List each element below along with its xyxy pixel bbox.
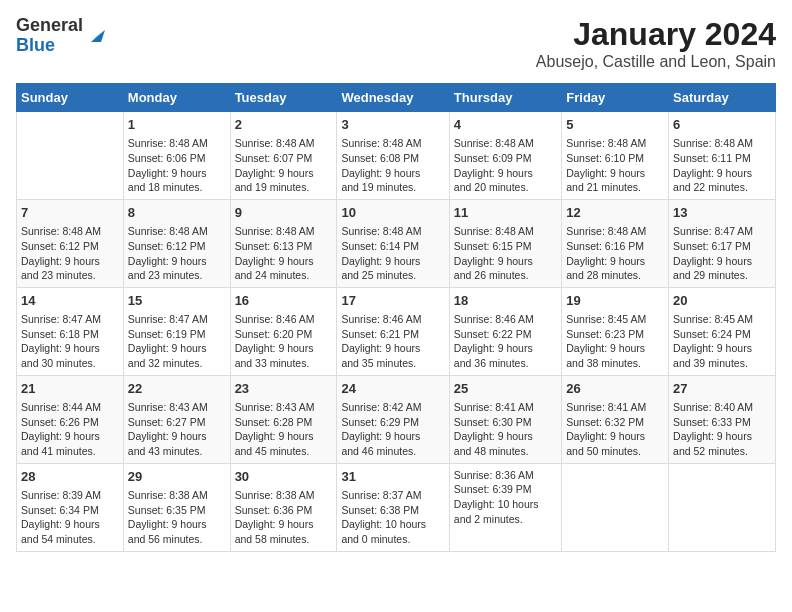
calendar-cell: 4Sunrise: 8:48 AMSunset: 6:09 PMDaylight… [449, 112, 561, 200]
day-info: Sunrise: 8:48 AMSunset: 6:06 PMDaylight:… [128, 136, 226, 195]
calendar-cell: 1Sunrise: 8:48 AMSunset: 6:06 PMDaylight… [123, 112, 230, 200]
day-info: Sunrise: 8:46 AMSunset: 6:21 PMDaylight:… [341, 312, 444, 371]
calendar-cell: 18Sunrise: 8:46 AMSunset: 6:22 PMDayligh… [449, 287, 561, 375]
col-tuesday: Tuesday [230, 84, 337, 112]
page-header: General Blue January 2024 Abusejo, Casti… [16, 16, 776, 71]
calendar-cell: Sunrise: 8:36 AMSunset: 6:39 PMDaylight:… [449, 463, 561, 551]
day-number: 19 [566, 292, 664, 310]
day-number: 16 [235, 292, 333, 310]
calendar-cell: 22Sunrise: 8:43 AMSunset: 6:27 PMDayligh… [123, 375, 230, 463]
calendar-cell: 17Sunrise: 8:46 AMSunset: 6:21 PMDayligh… [337, 287, 449, 375]
day-number: 30 [235, 468, 333, 486]
day-number: 25 [454, 380, 557, 398]
day-info: Sunrise: 8:45 AMSunset: 6:24 PMDaylight:… [673, 312, 771, 371]
day-number: 20 [673, 292, 771, 310]
day-number: 27 [673, 380, 771, 398]
calendar-cell: 20Sunrise: 8:45 AMSunset: 6:24 PMDayligh… [669, 287, 776, 375]
day-number: 17 [341, 292, 444, 310]
day-number: 3 [341, 116, 444, 134]
main-title: January 2024 [536, 16, 776, 53]
day-info: Sunrise: 8:48 AMSunset: 6:08 PMDaylight:… [341, 136, 444, 195]
logo-bird-icon [87, 26, 107, 46]
day-number: 1 [128, 116, 226, 134]
day-info: Sunrise: 8:48 AMSunset: 6:13 PMDaylight:… [235, 224, 333, 283]
calendar-week-row: 1Sunrise: 8:48 AMSunset: 6:06 PMDaylight… [17, 112, 776, 200]
day-number: 4 [454, 116, 557, 134]
calendar-week-row: 14Sunrise: 8:47 AMSunset: 6:18 PMDayligh… [17, 287, 776, 375]
calendar-cell: 2Sunrise: 8:48 AMSunset: 6:07 PMDaylight… [230, 112, 337, 200]
title-section: January 2024 Abusejo, Castille and Leon,… [536, 16, 776, 71]
calendar-cell: 10Sunrise: 8:48 AMSunset: 6:14 PMDayligh… [337, 199, 449, 287]
col-saturday: Saturday [669, 84, 776, 112]
calendar-cell: 24Sunrise: 8:42 AMSunset: 6:29 PMDayligh… [337, 375, 449, 463]
calendar-cell: 21Sunrise: 8:44 AMSunset: 6:26 PMDayligh… [17, 375, 124, 463]
day-info: Sunrise: 8:47 AMSunset: 6:17 PMDaylight:… [673, 224, 771, 283]
calendar-cell: 31Sunrise: 8:37 AMSunset: 6:38 PMDayligh… [337, 463, 449, 551]
day-number: 12 [566, 204, 664, 222]
day-number: 28 [21, 468, 119, 486]
day-number: 21 [21, 380, 119, 398]
col-friday: Friday [562, 84, 669, 112]
day-number: 2 [235, 116, 333, 134]
day-info: Sunrise: 8:43 AMSunset: 6:27 PMDaylight:… [128, 400, 226, 459]
day-number: 11 [454, 204, 557, 222]
day-info: Sunrise: 8:42 AMSunset: 6:29 PMDaylight:… [341, 400, 444, 459]
day-number: 29 [128, 468, 226, 486]
day-info: Sunrise: 8:40 AMSunset: 6:33 PMDaylight:… [673, 400, 771, 459]
calendar-cell: 16Sunrise: 8:46 AMSunset: 6:20 PMDayligh… [230, 287, 337, 375]
day-info: Sunrise: 8:45 AMSunset: 6:23 PMDaylight:… [566, 312, 664, 371]
day-number: 26 [566, 380, 664, 398]
day-number: 13 [673, 204, 771, 222]
calendar-week-row: 21Sunrise: 8:44 AMSunset: 6:26 PMDayligh… [17, 375, 776, 463]
calendar-cell: 29Sunrise: 8:38 AMSunset: 6:35 PMDayligh… [123, 463, 230, 551]
day-info: Sunrise: 8:43 AMSunset: 6:28 PMDaylight:… [235, 400, 333, 459]
col-thursday: Thursday [449, 84, 561, 112]
calendar-cell: 19Sunrise: 8:45 AMSunset: 6:23 PMDayligh… [562, 287, 669, 375]
day-number: 6 [673, 116, 771, 134]
calendar-cell: 30Sunrise: 8:38 AMSunset: 6:36 PMDayligh… [230, 463, 337, 551]
day-info: Sunrise: 8:38 AMSunset: 6:36 PMDaylight:… [235, 488, 333, 547]
calendar-cell: 26Sunrise: 8:41 AMSunset: 6:32 PMDayligh… [562, 375, 669, 463]
day-info: Sunrise: 8:46 AMSunset: 6:20 PMDaylight:… [235, 312, 333, 371]
calendar-cell: 9Sunrise: 8:48 AMSunset: 6:13 PMDaylight… [230, 199, 337, 287]
day-number: 7 [21, 204, 119, 222]
calendar-cell: 13Sunrise: 8:47 AMSunset: 6:17 PMDayligh… [669, 199, 776, 287]
day-info: Sunrise: 8:47 AMSunset: 6:18 PMDaylight:… [21, 312, 119, 371]
day-info: Sunrise: 8:47 AMSunset: 6:19 PMDaylight:… [128, 312, 226, 371]
day-info: Sunrise: 8:37 AMSunset: 6:38 PMDaylight:… [341, 488, 444, 547]
day-info: Sunrise: 8:41 AMSunset: 6:32 PMDaylight:… [566, 400, 664, 459]
calendar-cell [669, 463, 776, 551]
calendar-cell: 25Sunrise: 8:41 AMSunset: 6:30 PMDayligh… [449, 375, 561, 463]
day-number: 31 [341, 468, 444, 486]
calendar-cell: 14Sunrise: 8:47 AMSunset: 6:18 PMDayligh… [17, 287, 124, 375]
day-info: Sunrise: 8:36 AMSunset: 6:39 PMDaylight:… [454, 468, 557, 527]
day-info: Sunrise: 8:48 AMSunset: 6:12 PMDaylight:… [21, 224, 119, 283]
day-info: Sunrise: 8:44 AMSunset: 6:26 PMDaylight:… [21, 400, 119, 459]
day-info: Sunrise: 8:48 AMSunset: 6:16 PMDaylight:… [566, 224, 664, 283]
logo: General Blue [16, 16, 107, 56]
day-number: 23 [235, 380, 333, 398]
day-number: 18 [454, 292, 557, 310]
calendar-table: Sunday Monday Tuesday Wednesday Thursday… [16, 83, 776, 552]
day-number: 9 [235, 204, 333, 222]
calendar-cell: 3Sunrise: 8:48 AMSunset: 6:08 PMDaylight… [337, 112, 449, 200]
calendar-header-row: Sunday Monday Tuesday Wednesday Thursday… [17, 84, 776, 112]
day-number: 15 [128, 292, 226, 310]
calendar-cell: 8Sunrise: 8:48 AMSunset: 6:12 PMDaylight… [123, 199, 230, 287]
day-info: Sunrise: 8:46 AMSunset: 6:22 PMDaylight:… [454, 312, 557, 371]
calendar-cell: 23Sunrise: 8:43 AMSunset: 6:28 PMDayligh… [230, 375, 337, 463]
day-number: 10 [341, 204, 444, 222]
day-number: 22 [128, 380, 226, 398]
calendar-week-row: 28Sunrise: 8:39 AMSunset: 6:34 PMDayligh… [17, 463, 776, 551]
calendar-cell: 28Sunrise: 8:39 AMSunset: 6:34 PMDayligh… [17, 463, 124, 551]
logo-general: General [16, 16, 83, 36]
day-info: Sunrise: 8:48 AMSunset: 6:11 PMDaylight:… [673, 136, 771, 195]
calendar-cell: 5Sunrise: 8:48 AMSunset: 6:10 PMDaylight… [562, 112, 669, 200]
day-number: 14 [21, 292, 119, 310]
calendar-cell: 12Sunrise: 8:48 AMSunset: 6:16 PMDayligh… [562, 199, 669, 287]
day-info: Sunrise: 8:41 AMSunset: 6:30 PMDaylight:… [454, 400, 557, 459]
day-info: Sunrise: 8:48 AMSunset: 6:15 PMDaylight:… [454, 224, 557, 283]
calendar-cell: 11Sunrise: 8:48 AMSunset: 6:15 PMDayligh… [449, 199, 561, 287]
subtitle: Abusejo, Castille and Leon, Spain [536, 53, 776, 71]
calendar-week-row: 7Sunrise: 8:48 AMSunset: 6:12 PMDaylight… [17, 199, 776, 287]
